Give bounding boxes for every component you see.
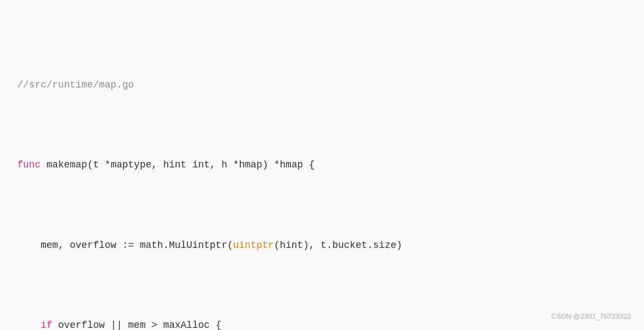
line-func-sig: func makemap(t *maptype, hint int, h *hm… [17,157,627,173]
watermark: CSDN @2301_76723322 [551,312,631,320]
line-if-overflow: if overflow || mem > maxAlloc { [17,318,627,330]
line-filepath: //src/runtime/map.go [17,77,627,93]
code-block: //src/runtime/map.go func makemap(t *map… [17,13,627,330]
code-container: //src/runtime/map.go func makemap(t *map… [0,0,644,330]
line-mem: mem, overflow := math.MulUintptr(uintptr… [17,238,627,254]
